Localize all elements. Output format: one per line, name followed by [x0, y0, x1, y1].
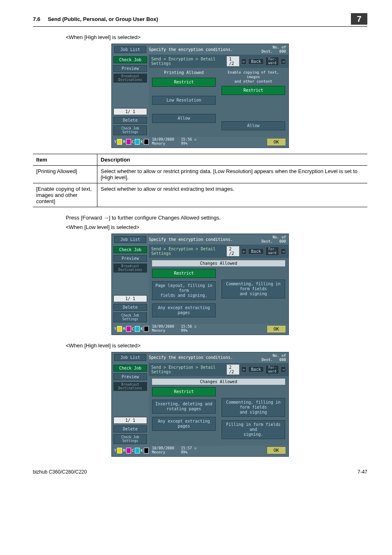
- instruction-text: Specify the encryption conditions.: [149, 355, 259, 360]
- option-commenting[interactable]: Commenting, filling in form fields and s…: [221, 398, 285, 417]
- back-arrow-icon[interactable]: ←: [241, 366, 247, 372]
- option-any-except[interactable]: Any except extracting pages: [152, 417, 216, 431]
- footer-model: bizhub C360/C280/C220: [33, 469, 87, 475]
- toner-levels: Y M C K: [114, 139, 149, 145]
- forward-button[interactable]: For- ward: [265, 57, 279, 66]
- preview-button[interactable]: Preview: [113, 373, 147, 380]
- caption-low: <When [Low level] is selected>: [66, 224, 367, 230]
- section-header: 7.6 Send (Public, Personal, or Group Use…: [33, 16, 158, 22]
- restrict-button[interactable]: Restrict: [152, 387, 216, 396]
- ok-button[interactable]: OK: [267, 325, 286, 333]
- option-commenting[interactable]: Commenting, filling in form fields and s…: [221, 280, 285, 298]
- broadcast-label: Broadcast Destinations: [113, 264, 147, 273]
- dest-count: No. of Dest. 000: [261, 45, 286, 53]
- check-job-button[interactable]: Check Job: [113, 365, 147, 372]
- caption-high-2: <When [High level] is selected>: [66, 342, 367, 349]
- instruction-text: Specify the encryption conditions.: [149, 47, 259, 52]
- low-resolution-button[interactable]: Low Resolution: [152, 96, 216, 105]
- page-chip: 2 /2: [226, 246, 240, 257]
- instruction-text: Specify the encryption conditions.: [149, 237, 259, 242]
- restrict-button-2[interactable]: Restrict: [221, 86, 285, 95]
- changes-allowed-strip: Changes Allowed: [152, 260, 285, 266]
- changes-allowed-strip: Changes Allowed: [152, 379, 285, 385]
- forward-button[interactable]: For- ward: [265, 247, 279, 256]
- delete-button[interactable]: Delete: [113, 117, 147, 124]
- status-text: 10/09/2008 15:56 ☑ Menory 99%: [152, 138, 267, 146]
- caption-high-1: <When [High level] is selected>: [66, 34, 367, 40]
- col-head-copying: Enable copying of text, images and other…: [221, 70, 285, 83]
- breadcrumb: Send > Encryption > Detail Settings: [151, 365, 226, 374]
- forward-arrow-icon[interactable]: →: [281, 248, 286, 254]
- ok-button[interactable]: OK: [267, 138, 286, 146]
- restrict-button[interactable]: Restrict: [152, 269, 216, 278]
- option-any-except[interactable]: Any except extracting pages: [152, 303, 216, 317]
- restrict-button[interactable]: Restrict: [152, 78, 216, 87]
- check-job-button[interactable]: Check Job: [113, 56, 147, 63]
- breadcrumb: Send > Encryption > Detail Settings: [151, 57, 226, 66]
- back-arrow-icon[interactable]: ←: [241, 248, 247, 254]
- status-text: 10/09/2008 15:56 ☑ Menory 99%: [152, 325, 267, 333]
- allow-button-2[interactable]: Allow: [221, 121, 285, 130]
- dest-count: No. of Dest. 000: [261, 235, 286, 243]
- job-list-button[interactable]: Job List: [114, 236, 146, 243]
- chapter-badge: 7: [351, 13, 367, 25]
- device-screenshot-3: Job List Specify the encryption conditio…: [111, 352, 289, 457]
- back-button[interactable]: Back: [248, 58, 264, 65]
- check-job-settings-button[interactable]: Check Job Settings: [113, 434, 147, 444]
- option-filling[interactable]: Filling in form fields and signing.: [221, 420, 285, 439]
- breadcrumb: Send > Encryption > Detail Settings: [151, 247, 226, 256]
- side-page-indicator: 1/ 1: [113, 108, 147, 115]
- check-job-settings-button[interactable]: Check Job Settings: [113, 312, 147, 322]
- dest-count: No. of Dest. 000: [261, 354, 286, 362]
- ok-button[interactable]: OK: [267, 446, 286, 454]
- check-job-button[interactable]: Check Job: [113, 246, 147, 253]
- device-screenshot-1: Job List Specify the encryption conditio…: [111, 44, 289, 148]
- toner-levels: Y M C K: [114, 448, 149, 453]
- table-row: [Enable copying of text, images and othe…: [33, 183, 367, 207]
- forward-arrow-icon[interactable]: →: [281, 366, 286, 372]
- broadcast-label: Broadcast Destinations: [113, 74, 147, 83]
- device-screenshot-2: Job List Specify the encryption conditio…: [111, 234, 289, 335]
- forward-button[interactable]: For- ward: [265, 365, 279, 374]
- section-title: Send (Public, Personal, or Group User Bo…: [48, 16, 158, 22]
- job-list-button[interactable]: Job List: [114, 46, 146, 53]
- page-chip: 1 /2: [226, 56, 240, 67]
- col-desc: Description: [97, 154, 368, 166]
- back-button[interactable]: Back: [248, 366, 264, 372]
- delete-button[interactable]: Delete: [113, 304, 147, 311]
- broadcast-label: Broadcast Destinations: [113, 382, 147, 391]
- job-list-button[interactable]: Job List: [114, 354, 146, 361]
- page-chip: 2 /2: [226, 364, 240, 375]
- side-page-indicator: 1/ 1: [113, 417, 147, 424]
- delete-button[interactable]: Delete: [113, 426, 147, 432]
- allow-button[interactable]: Allow: [152, 114, 216, 123]
- caption-forward: Press [Forward →] to further configure C…: [66, 215, 367, 221]
- option-page-layout[interactable]: Page layout, filling in form fields and …: [152, 281, 216, 300]
- toner-levels: Y M C K: [114, 326, 149, 332]
- back-button[interactable]: Back: [248, 248, 264, 254]
- table-row: [Printing Allowed] Select whether to all…: [33, 166, 367, 183]
- description-table: Item Description [Printing Allowed] Sele…: [33, 154, 367, 207]
- side-page-indicator: 1/ 1: [113, 295, 147, 302]
- col-item: Item: [33, 154, 97, 166]
- back-arrow-icon[interactable]: ←: [241, 58, 247, 65]
- option-insert-delete[interactable]: Inserting, deleting and rotating pages: [152, 400, 216, 414]
- section-number: 7.6: [33, 16, 40, 22]
- col-head-printing: Printing Allowed: [152, 70, 216, 75]
- preview-button[interactable]: Preview: [113, 255, 147, 262]
- status-text: 10/09/2008 15:57 ☑ Menory 99%: [152, 446, 267, 455]
- forward-arrow-icon[interactable]: →: [281, 58, 286, 65]
- check-job-settings-button[interactable]: Check Job Settings: [113, 125, 147, 135]
- footer-page: 7-47: [357, 469, 367, 475]
- preview-button[interactable]: Preview: [113, 65, 147, 72]
